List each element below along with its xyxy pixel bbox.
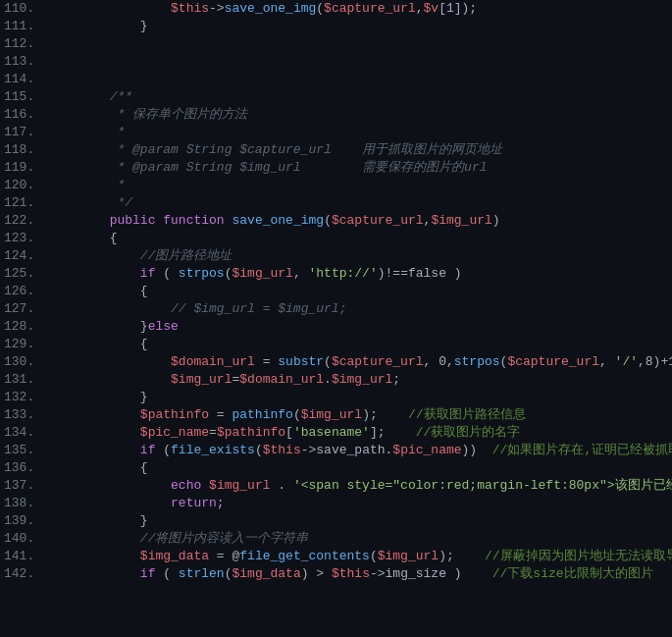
table-row: 115. /**	[0, 88, 672, 106]
line-number: 141.	[0, 548, 42, 565]
line-number: 132.	[0, 389, 42, 406]
line-content: * @param String $img_url 需要保存的图片的url	[42, 159, 672, 177]
table-row: 120. *	[0, 177, 672, 194]
table-row: 136. {	[0, 459, 672, 477]
table-row: 114.	[0, 71, 672, 88]
table-row: 125. if ( strpos($img_url, 'http://')!==…	[0, 265, 672, 283]
line-number: 117.	[0, 124, 42, 141]
table-row: 118. * @param String $capture_url 用于抓取图片…	[0, 141, 672, 159]
line-content: if (file_exists($this->save_path.$pic_na…	[42, 442, 672, 459]
table-row: 138. return;	[0, 495, 672, 512]
table-row: 135. if (file_exists($this->save_path.$p…	[0, 442, 672, 459]
table-row: 142. if ( strlen($img_data) > $this->img…	[0, 565, 672, 583]
line-content: {	[42, 230, 672, 247]
line-content: }else	[42, 318, 672, 336]
line-content: {	[42, 336, 672, 353]
table-row: 133. $pathinfo = pathinfo($img_url); //获…	[0, 406, 672, 424]
line-number: 122.	[0, 212, 42, 230]
line-number: 113.	[0, 53, 42, 71]
table-row: 121. */	[0, 194, 672, 212]
line-content	[42, 35, 672, 53]
line-number: 120.	[0, 177, 42, 194]
line-number: 112.	[0, 35, 42, 53]
line-number: 139.	[0, 512, 42, 530]
table-row: 124. //图片路径地址	[0, 247, 672, 265]
line-content: $img_data = @file_get_contents($img_url)…	[42, 548, 672, 565]
line-content	[42, 71, 672, 88]
table-row: 128. }else	[0, 318, 672, 336]
line-content: $this->save_one_img($capture_url,$v[1]);	[42, 0, 672, 18]
line-content: if ( strpos($img_url, 'http://')!==false…	[42, 265, 672, 283]
table-row: 123. {	[0, 230, 672, 247]
line-number: 129.	[0, 336, 42, 353]
table-row: 119. * @param String $img_url 需要保存的图片的ur…	[0, 159, 672, 177]
table-row: 139. }	[0, 512, 672, 530]
line-content: }	[42, 18, 672, 35]
table-row: 112.	[0, 35, 672, 53]
line-number: 127.	[0, 300, 42, 318]
line-content: */	[42, 194, 672, 212]
table-row: 129. {	[0, 336, 672, 353]
line-number: 130.	[0, 353, 42, 371]
line-number: 137.	[0, 477, 42, 495]
line-number: 121.	[0, 194, 42, 212]
line-number: 125.	[0, 265, 42, 283]
line-content: //图片路径地址	[42, 247, 672, 265]
table-row: 127. // $img_url = $img_url;	[0, 300, 672, 318]
code-editor: 110. $this->save_one_img($capture_url,$v…	[0, 0, 672, 637]
line-content: * 保存单个图片的方法	[42, 106, 672, 124]
line-number: 134.	[0, 424, 42, 442]
line-number: 118.	[0, 141, 42, 159]
line-number: 126.	[0, 283, 42, 300]
line-number: 110.	[0, 0, 42, 18]
table-row: 110. $this->save_one_img($capture_url,$v…	[0, 0, 672, 18]
line-number: 124.	[0, 247, 42, 265]
line-number: 116.	[0, 106, 42, 124]
line-number: 138.	[0, 495, 42, 512]
line-content: // $img_url = $img_url;	[42, 300, 672, 318]
table-row: 130. $domain_url = substr($capture_url, …	[0, 353, 672, 371]
line-content: //将图片内容读入一个字符串	[42, 530, 672, 548]
line-number: 142.	[0, 565, 42, 583]
table-row: 116. * 保存单个图片的方法	[0, 106, 672, 124]
line-content: /**	[42, 88, 672, 106]
line-number: 133.	[0, 406, 42, 424]
line-number: 128.	[0, 318, 42, 336]
line-content: if ( strlen($img_data) > $this->img_size…	[42, 565, 672, 583]
line-content: $pathinfo = pathinfo($img_url); //获取图片路径…	[42, 406, 672, 424]
line-content: *	[42, 177, 672, 194]
table-row: 140. //将图片内容读入一个字符串	[0, 530, 672, 548]
table-row: 113.	[0, 53, 672, 71]
table-row: 126. {	[0, 283, 672, 300]
line-content: *	[42, 124, 672, 141]
line-content: $domain_url = substr($capture_url, 0,str…	[42, 353, 672, 371]
table-row: 122. public function save_one_img($captu…	[0, 212, 672, 230]
table-row: 111. }	[0, 18, 672, 35]
line-content: echo $img_url . '<span style="color:red;…	[42, 477, 672, 495]
line-content	[42, 53, 672, 71]
line-number: 123.	[0, 230, 42, 247]
table-row: 131. $img_url=$domain_url.$img_url;	[0, 371, 672, 389]
line-number: 111.	[0, 18, 42, 35]
line-content: public function save_one_img($capture_ur…	[42, 212, 672, 230]
line-number: 114.	[0, 71, 42, 88]
line-number: 140.	[0, 530, 42, 548]
line-content: {	[42, 283, 672, 300]
line-content: $pic_name=$pathinfo['basename']; //获取图片的…	[42, 424, 672, 442]
line-number: 136.	[0, 459, 42, 477]
line-number: 119.	[0, 159, 42, 177]
table-row: 117. *	[0, 124, 672, 141]
line-content: return;	[42, 495, 672, 512]
table-row: 132. }	[0, 389, 672, 406]
line-number: 131.	[0, 371, 42, 389]
line-content: }	[42, 512, 672, 530]
table-row: 137. echo $img_url . '<span style="color…	[0, 477, 672, 495]
line-content: {	[42, 459, 672, 477]
line-content: }	[42, 389, 672, 406]
line-number: 115.	[0, 88, 42, 106]
line-content: $img_url=$domain_url.$img_url;	[42, 371, 672, 389]
line-content: * @param String $capture_url 用于抓取图片的网页地址	[42, 141, 672, 159]
table-row: 141. $img_data = @file_get_contents($img…	[0, 548, 672, 565]
table-row: 134. $pic_name=$pathinfo['basename']; //…	[0, 424, 672, 442]
line-number: 135.	[0, 442, 42, 459]
